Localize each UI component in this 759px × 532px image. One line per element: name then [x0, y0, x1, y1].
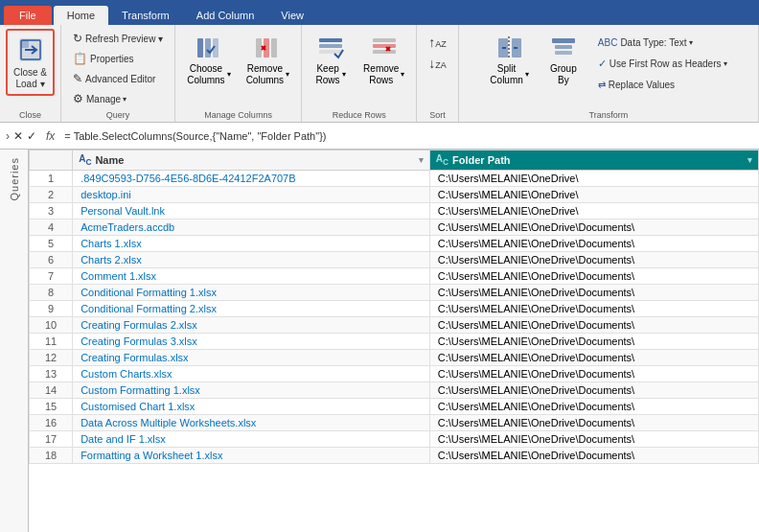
row-num: 8 — [30, 285, 73, 301]
use-first-row-label: Use First Row as Headers — [610, 58, 722, 69]
sort-desc-button[interactable]: ↓ZA — [423, 54, 452, 73]
cell-name: Charts 1.xlsx — [73, 236, 430, 252]
table-row[interactable]: 6 Charts 2.xlsx C:\Users\MELANIE\OneDriv… — [30, 252, 759, 268]
table-row[interactable]: 11 Creating Formulas 3.xlsx C:\Users\MEL… — [30, 334, 759, 350]
sort-group-label: Sort — [429, 108, 446, 120]
data-type-button[interactable]: ABC Data Type: Text ▾ — [592, 33, 733, 52]
data-grid-container[interactable]: AC Name ▾ AC Folder Path ▾ — [29, 150, 759, 532]
cell-path: C:\Users\MELANIE\OneDrive\Documents\ — [429, 431, 758, 448]
ribbon-group-transform: SplitColumn▾ GroupBy ABC Data Type: Text… — [459, 25, 759, 122]
manage-button[interactable]: ⚙ Manage ▾ — [67, 89, 161, 108]
table-row[interactable]: 18 Formatting a Worksheet 1.xlsx C:\User… — [30, 448, 759, 464]
split-column-label: SplitColumn▾ — [490, 63, 528, 86]
refresh-preview-label: Refresh Preview ▾ — [85, 34, 163, 44]
data-type-label: Data Type: Text — [620, 37, 686, 48]
table-row[interactable]: 14 Custom Formatting 1.xlsx C:\Users\MEL… — [30, 382, 759, 399]
expand-queries-icon[interactable]: › — [6, 129, 10, 143]
folder-col-label: Folder Path — [452, 154, 511, 166]
table-row[interactable]: 17 Date and IF 1.xlsx C:\Users\MELANIE\O… — [30, 431, 759, 448]
col-header-name[interactable]: AC Name ▾ — [73, 150, 430, 171]
table-row[interactable]: 13 Custom Charts.xlsx C:\Users\MELANIE\O… — [30, 366, 759, 382]
table-row[interactable]: 15 Customised Chart 1.xlsx C:\Users\MELA… — [30, 399, 759, 415]
table-row[interactable]: 1 .849C9593-D756-4E56-8D6E-42412F2A707B … — [30, 171, 759, 187]
choose-columns-icon — [192, 33, 226, 63]
row-num: 13 — [30, 366, 73, 382]
table-row[interactable]: 3 Personal Vault.lnk C:\Users\MELANIE\On… — [30, 203, 759, 220]
cell-name: Charts 2.xlsx — [73, 252, 430, 268]
cell-path: C:\Users\MELANIE\OneDrive\Documents\ — [429, 220, 758, 236]
svg-rect-9 — [319, 38, 342, 42]
cell-path: C:\Users\MELANIE\OneDrive\Documents\ — [429, 415, 758, 431]
confirm-formula-icon[interactable]: ✓ — [27, 129, 36, 143]
cell-path: C:\Users\MELANIE\OneDrive\Documents\ — [429, 317, 758, 334]
table-row[interactable]: 5 Charts 1.xlsx C:\Users\MELANIE\OneDriv… — [30, 236, 759, 252]
data-type-arrow: ▾ — [689, 38, 693, 47]
cell-name: Creating Formulas 3.xlsx — [73, 334, 430, 350]
tab-view[interactable]: View — [267, 6, 317, 25]
tab-bar: File Home Transform Add Column View — [0, 0, 759, 25]
svg-rect-17 — [552, 38, 575, 43]
table-row[interactable]: 8 Conditional Formatting 1.xlsx C:\Users… — [30, 285, 759, 301]
split-column-button[interactable]: SplitColumn▾ — [484, 29, 534, 90]
tab-add-column[interactable]: Add Column — [183, 6, 268, 25]
svg-rect-14 — [373, 50, 396, 54]
cell-name: Date and IF 1.xlsx — [73, 431, 430, 448]
remove-columns-button[interactable]: RemoveColumns▾ — [241, 29, 295, 90]
cell-name: Formatting a Worksheet 1.xlsx — [73, 448, 430, 464]
svg-rect-12 — [373, 38, 396, 42]
cancel-formula-icon[interactable]: ✕ — [13, 129, 23, 143]
use-first-row-button[interactable]: ✓ Use First Row as Headers ▾ — [592, 54, 733, 73]
cell-path: C:\Users\MELANIE\OneDrive\Documents\ — [429, 252, 758, 268]
formula-input[interactable] — [64, 130, 753, 142]
queries-panel: Queries — [0, 150, 29, 532]
fx-label: fx — [40, 129, 60, 143]
remove-columns-label: RemoveColumns▾ — [246, 63, 289, 86]
manage-columns-group-label: Manage Columns — [204, 108, 272, 120]
advanced-editor-icon: ✎ — [73, 72, 82, 85]
svg-rect-4 — [205, 38, 211, 58]
keep-rows-icon — [313, 33, 348, 63]
table-row[interactable]: 7 Comment 1.xlsx C:\Users\MELANIE\OneDri… — [30, 268, 759, 285]
table-row[interactable]: 12 Creating Formulas.xlsx C:\Users\MELAN… — [30, 350, 759, 366]
properties-label: Properties — [90, 54, 134, 64]
group-by-icon — [546, 33, 581, 63]
ribbon-group-query: ↻ Refresh Preview ▾ 📋 Properties ✎ Advan… — [61, 25, 175, 122]
tab-file[interactable]: File — [4, 6, 52, 25]
tab-home[interactable]: Home — [54, 6, 108, 25]
row-num: 6 — [30, 252, 73, 268]
row-num: 3 — [30, 203, 73, 220]
close-load-button[interactable]: Close &Load ▾ — [6, 29, 55, 96]
keep-rows-label: KeepRows▾ — [316, 63, 346, 86]
table-row[interactable]: 10 Creating Formulas 2.xlsx C:\Users\MEL… — [30, 317, 759, 334]
cell-name: Conditional Formatting 2.xlsx — [73, 301, 430, 317]
table-row[interactable]: 16 Data Across Multiple Worksheets.xlsx … — [30, 415, 759, 431]
cell-name: Creating Formulas 2.xlsx — [73, 317, 430, 334]
row-num-header — [30, 150, 73, 171]
group-by-button[interactable]: GroupBy — [540, 29, 586, 90]
cell-path: C:\Users\MELANIE\OneDrive\Documents\ — [429, 366, 758, 382]
svg-rect-10 — [319, 44, 342, 48]
manage-icon: ⚙ — [73, 92, 83, 105]
row-num: 5 — [30, 236, 73, 252]
sort-asc-button[interactable]: ↑AZ — [423, 33, 452, 52]
remove-rows-button[interactable]: RemoveRows▾ — [357, 29, 410, 90]
row-num: 2 — [30, 187, 73, 203]
table-row[interactable]: 9 Conditional Formatting 2.xlsx C:\Users… — [30, 301, 759, 317]
cell-path: C:\Users\MELANIE\OneDrive\Documents\ — [429, 382, 758, 399]
table-row[interactable]: 2 desktop.ini C:\Users\MELANIE\OneDrive\ — [30, 187, 759, 203]
choose-columns-button[interactable]: ChooseColumns▾ — [181, 29, 236, 90]
query-group-label: Query — [106, 108, 130, 120]
name-col-arrow[interactable]: ▾ — [419, 155, 424, 165]
advanced-editor-button[interactable]: ✎ Advanced Editor — [67, 69, 161, 88]
properties-button[interactable]: 📋 Properties — [67, 49, 161, 68]
tab-transform[interactable]: Transform — [108, 6, 183, 25]
col-header-folder-path[interactable]: AC Folder Path ▾ — [429, 150, 758, 171]
group-by-label: GroupBy — [550, 63, 577, 86]
cell-path: C:\Users\MELANIE\OneDrive\Documents\ — [429, 236, 758, 252]
table-row[interactable]: 4 AcmeTraders.accdb C:\Users\MELANIE\One… — [30, 220, 759, 236]
folder-col-arrow[interactable]: ▾ — [748, 155, 752, 165]
refresh-preview-button[interactable]: ↻ Refresh Preview ▾ — [67, 29, 169, 48]
replace-values-button[interactable]: ⇄ Replace Values — [592, 75, 733, 94]
svg-rect-18 — [555, 45, 572, 49]
keep-rows-button[interactable]: KeepRows▾ — [308, 29, 354, 90]
